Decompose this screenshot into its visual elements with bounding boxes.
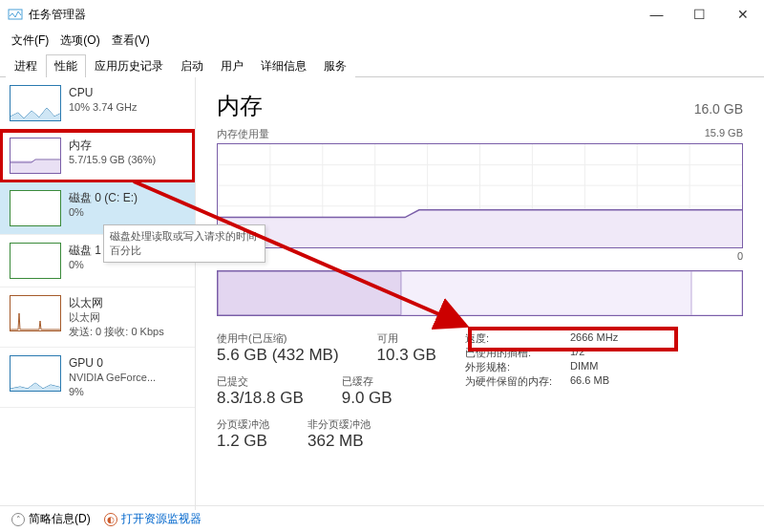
menubar: 文件(F) 选项(O) 查看(V) — [0, 29, 764, 54]
nonpaged-value: 362 MB — [308, 432, 371, 451]
speed-value: 2666 MHz — [570, 331, 618, 346]
tab-services[interactable]: 服务 — [315, 54, 355, 77]
disk0-thumb — [10, 190, 61, 226]
maximize-button[interactable]: ☐ — [678, 0, 721, 29]
paged-value: 1.2 GB — [217, 432, 269, 451]
statusbar: ˄ 简略信息(D) ◐ 打开资源监视器 — [0, 505, 764, 532]
main-panel: 内存 16.0 GB 内存使用量 15.9 GB — [196, 77, 764, 510]
open-resmon-link[interactable]: ◐ 打开资源监视器 — [104, 511, 202, 527]
sidebar-item-disk1[interactable]: 磁盘 1 0% — [0, 235, 195, 287]
chart-max: 15.9 GB — [705, 127, 743, 141]
sidebar-item-sub2: 9% — [69, 385, 156, 399]
in-use-value: 5.6 GB (432 MB) — [217, 346, 339, 365]
cached-label: 已缓存 — [342, 374, 393, 389]
memory-usage-chart — [217, 143, 743, 248]
disk1-thumb — [10, 243, 61, 279]
sidebar-item-sub: 以太网 — [69, 310, 164, 325]
close-button[interactable]: ✕ — [721, 0, 764, 29]
slots-value: 1/2 — [570, 346, 584, 360]
titlebar: 任务管理器 — ☐ ✕ — [0, 0, 764, 29]
tab-startup[interactable]: 启动 — [172, 54, 212, 77]
taskmgr-icon — [8, 7, 23, 22]
menu-file[interactable]: 文件(F) — [8, 31, 53, 51]
nonpaged-label: 非分页缓冲池 — [308, 417, 371, 432]
paged-label: 分页缓冲池 — [217, 417, 269, 432]
form-label: 外形规格: — [465, 360, 570, 374]
resmon-icon: ◐ — [104, 513, 117, 526]
gpu0-thumb — [10, 355, 61, 392]
tab-details[interactable]: 详细信息 — [252, 54, 315, 77]
sidebar-item-label: 内存 — [69, 138, 156, 153]
tab-users[interactable]: 用户 — [212, 54, 252, 77]
svg-rect-17 — [401, 271, 691, 315]
form-value: DIMM — [570, 360, 598, 374]
memory-thumb — [10, 138, 61, 174]
sidebar-item-disk0[interactable]: 磁盘 0 (C: E:) 0% — [0, 182, 195, 235]
window-controls: — ☐ ✕ — [635, 0, 764, 29]
ethernet-thumb — [10, 295, 61, 331]
sidebar-item-sub: 5.7/15.9 GB (36%) — [69, 153, 156, 167]
svg-rect-18 — [691, 271, 742, 315]
svg-marker-15 — [218, 210, 742, 247]
sidebar-item-label: 以太网 — [69, 295, 164, 310]
total-memory: 16.0 GB — [694, 101, 743, 117]
sidebar-item-sub: 10% 3.74 GHz — [69, 100, 138, 115]
slots-label: 已使用的插槽: — [465, 346, 570, 360]
speed-label: 速度: — [465, 331, 570, 346]
chart-x-right: 0 — [737, 250, 743, 265]
menu-options[interactable]: 选项(O) — [56, 31, 103, 51]
cached-value: 9.0 GB — [342, 389, 393, 408]
sidebar-item-label: CPU — [69, 85, 138, 100]
menu-view[interactable]: 查看(V) — [108, 31, 154, 51]
tab-performance[interactable]: 性能 — [46, 54, 86, 77]
sidebar-item-gpu0[interactable]: GPU 0 NVIDIA GeForce... 9% — [0, 348, 195, 408]
body: CPU 10% 3.74 GHz 内存 5.7/15.9 GB (36%) 磁盘… — [0, 77, 764, 510]
cpu-thumb — [10, 85, 61, 121]
tab-strip: 进程 性能 应用历史记录 启动 用户 详细信息 服务 — [0, 54, 764, 77]
page-title: 内存 — [217, 91, 263, 121]
memory-composition-chart — [217, 270, 743, 316]
available-label: 可用 — [377, 331, 436, 346]
svg-rect-16 — [218, 271, 401, 315]
tab-processes[interactable]: 进程 — [6, 54, 46, 77]
window-title: 任务管理器 — [29, 7, 635, 23]
reserved-label: 为硬件保留的内存: — [465, 374, 570, 389]
open-resmon-label: 打开资源监视器 — [121, 511, 202, 527]
brief-info-button[interactable]: ˄ 简略信息(D) — [11, 511, 91, 527]
reserved-value: 66.6 MB — [570, 374, 609, 389]
chart-label: 内存使用量 — [217, 127, 269, 141]
sidebar-item-cpu[interactable]: CPU 10% 3.74 GHz — [0, 77, 195, 130]
sidebar-item-sub: 0% — [69, 205, 138, 220]
tab-app-history[interactable]: 应用历史记录 — [86, 54, 172, 77]
committed-value: 8.3/18.8 GB — [217, 389, 304, 408]
minimize-button[interactable]: — — [635, 0, 678, 29]
sidebar-item-sub: NVIDIA GeForce... — [69, 371, 156, 385]
sidebar-item-sub: 0% — [69, 258, 101, 272]
chevron-up-icon: ˄ — [11, 513, 25, 526]
chart-x-left: 60 秒 — [217, 250, 242, 265]
stats-area: 使用中(已压缩) 5.6 GB (432 MB) 可用 10.3 GB 已提交 … — [217, 331, 743, 460]
committed-label: 已提交 — [217, 374, 304, 389]
sidebar-item-label: GPU 0 — [69, 355, 156, 371]
sidebar-item-memory[interactable]: 内存 5.7/15.9 GB (36%) — [0, 130, 195, 182]
available-value: 10.3 GB — [377, 346, 436, 365]
sidebar-item-sub2: 发送: 0 接收: 0 Kbps — [69, 325, 164, 339]
sidebar: CPU 10% 3.74 GHz 内存 5.7/15.9 GB (36%) 磁盘… — [0, 77, 196, 510]
sidebar-item-label: 磁盘 1 — [69, 243, 101, 258]
sidebar-item-label: 磁盘 0 (C: E:) — [69, 190, 138, 205]
in-use-label: 使用中(已压缩) — [217, 331, 339, 346]
sidebar-item-ethernet[interactable]: 以太网 以太网 发送: 0 接收: 0 Kbps — [0, 287, 195, 348]
brief-info-label: 简略信息(D) — [29, 511, 91, 527]
